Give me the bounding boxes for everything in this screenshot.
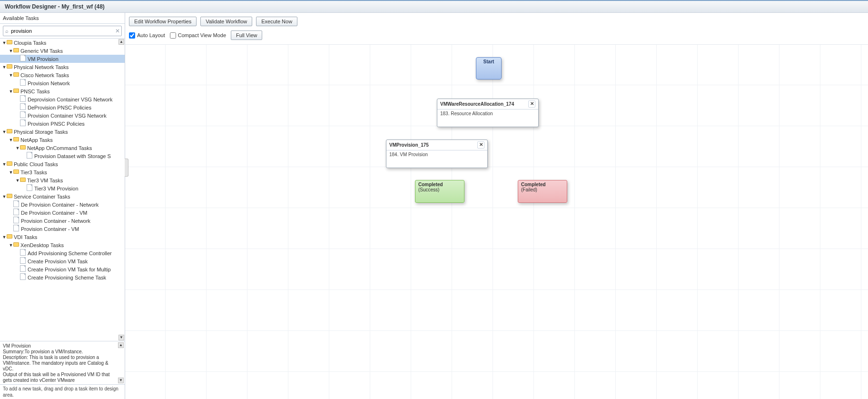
tree-item-label: NetApp OnCommand Tasks: [27, 145, 92, 151]
tree-item-label: Deprovision Container VSG Network: [28, 97, 113, 102]
task-tree[interactable]: ▲ ▼Cloupia Tasks▼Generic VM TasksVM Prov…: [0, 38, 125, 341]
tree-item[interactable]: Provision Container - Network: [0, 217, 125, 225]
view-options: Auto Layout Compact View Mode Full View: [125, 28, 868, 44]
tree-folder[interactable]: ▼Cisco Network Tasks: [0, 71, 125, 79]
folder-icon: [20, 145, 26, 150]
tree-folder[interactable]: ▼Service Container Tasks: [0, 192, 125, 200]
tree-item[interactable]: DeProvision PNSC Policies: [0, 103, 125, 111]
info-scroll-down-icon[interactable]: ▼: [118, 378, 124, 383]
task-search[interactable]: ⌕ ✕: [3, 26, 122, 36]
vm-provision-node[interactable]: VMProvision_175 ✕ 184. VM Provision: [386, 140, 488, 168]
tree-item[interactable]: Create Provision VM Task for Multip: [0, 265, 125, 273]
tree-folder[interactable]: ▼Tier3 VM Tasks: [0, 176, 125, 184]
tree-item[interactable]: Create Provision VM Task: [0, 257, 125, 265]
tree-folder[interactable]: ▼NetApp Tasks: [0, 136, 125, 144]
task-info-panel: ▲ VM Provision Summary:To provision a VM…: [0, 341, 125, 384]
file-icon: [13, 200, 19, 207]
tree-item-label: Create Provision VM Task for Multip: [28, 267, 111, 272]
completed-failed-node[interactable]: Completed (Failed): [518, 180, 567, 203]
tree-item-label: Provision PNSC Policies: [28, 121, 85, 127]
expand-icon[interactable]: ▼: [2, 233, 7, 241]
folder-icon: [13, 48, 19, 53]
tree-item[interactable]: Tier3 VM Provision: [0, 184, 125, 192]
full-view-button[interactable]: Full View: [231, 30, 262, 40]
tree-item[interactable]: VM Provision: [0, 55, 125, 63]
folder-icon: [13, 137, 19, 142]
tree-item-label: Provision Network: [28, 80, 70, 86]
close-icon[interactable]: ✕: [477, 141, 484, 149]
tree-item-label: Provision Container VSG Network: [28, 113, 107, 119]
expand-icon[interactable]: ▼: [2, 63, 7, 71]
tree-item[interactable]: Provision PNSC Policies: [0, 120, 125, 128]
tree-item[interactable]: Add Provisioning Scheme Controller: [0, 249, 125, 257]
expand-icon[interactable]: ▼: [9, 71, 13, 79]
expand-icon[interactable]: ▼: [15, 177, 20, 184]
resource-allocation-node[interactable]: VMWareResourceAllocation_174 ✕ 183. Reso…: [437, 99, 539, 127]
start-node-label: Start: [483, 59, 494, 64]
file-icon: [20, 55, 26, 61]
file-icon: [13, 209, 19, 215]
execute-now-button[interactable]: Execute Now: [256, 17, 297, 26]
file-icon: [20, 273, 26, 280]
compact-view-checkbox[interactable]: Compact View Mode: [170, 32, 226, 39]
tree-folder[interactable]: ▼PNSC Tasks: [0, 87, 125, 95]
tree-item[interactable]: Provision Container VSG Network: [0, 111, 125, 120]
tree-item[interactable]: De Provision Container - Network: [0, 200, 125, 209]
success-label: (Success): [418, 187, 461, 192]
validate-workflow-button[interactable]: Validate Workflow: [200, 17, 252, 26]
tree-item-label: Add Provisioning Scheme Controller: [28, 250, 112, 256]
tree-item-label: Provision Container - VM: [21, 226, 79, 232]
expand-icon[interactable]: ▼: [9, 241, 13, 249]
tree-folder[interactable]: ▼Physical Network Tasks: [0, 63, 125, 71]
completed-success-node[interactable]: Completed (Success): [415, 180, 464, 203]
tree-item-label: Physical Network Tasks: [14, 64, 69, 70]
tree-item[interactable]: Deprovision Container VSG Network: [0, 95, 125, 103]
tree-folder[interactable]: ▼Generic VM Tasks: [0, 47, 125, 55]
file-icon: [20, 249, 26, 256]
node-title: VMWareResourceAllocation_174: [440, 101, 514, 107]
expand-icon[interactable]: ▼: [9, 169, 13, 176]
auto-layout-checkbox[interactable]: Auto Layout: [129, 32, 165, 39]
info-output: Output of this task will be a Provisione…: [3, 372, 118, 383]
tree-item-label: Provision Container - Network: [21, 218, 90, 224]
close-icon[interactable]: ✕: [528, 100, 535, 108]
tree-folder[interactable]: ▼VDI Tasks: [0, 233, 125, 241]
compact-view-input[interactable]: [170, 32, 176, 39]
tree-folder[interactable]: ▼Physical Storage Tasks: [0, 128, 125, 136]
completed-label: Completed: [521, 182, 564, 187]
expand-icon[interactable]: ▼: [2, 160, 7, 168]
tree-item-label: DeProvision PNSC Policies: [28, 105, 91, 110]
scroll-down-icon[interactable]: ▼: [118, 335, 124, 340]
tree-folder[interactable]: ▼Cloupia Tasks: [0, 39, 125, 47]
tree-item[interactable]: Create Provisioning Scheme Task: [0, 273, 125, 281]
sidebar: Available Tasks ⌕ ✕ ▲ ▼Cloupia Tasks▼Gen…: [0, 13, 125, 399]
splitter-handle[interactable]: [125, 159, 128, 177]
expand-icon[interactable]: ▼: [2, 39, 7, 47]
tree-folder[interactable]: ▼Tier3 Tasks: [0, 168, 125, 176]
tree-item[interactable]: Provision Dataset with Storage S: [0, 152, 125, 160]
expand-icon[interactable]: ▼: [2, 193, 7, 200]
tree-item[interactable]: Provision Network: [0, 79, 125, 87]
edit-workflow-properties-button[interactable]: Edit Workflow Properties: [129, 17, 197, 26]
expand-icon[interactable]: ▼: [15, 144, 20, 152]
tree-folder[interactable]: ▼NetApp OnCommand Tasks: [0, 144, 125, 152]
expand-icon[interactable]: ▼: [9, 47, 13, 55]
tree-item[interactable]: Provision Container - VM: [0, 225, 125, 233]
expand-icon[interactable]: ▼: [9, 136, 13, 144]
expand-icon[interactable]: ▼: [2, 128, 7, 136]
workflow-canvas[interactable]: Start VMWareResourceAllocation_174 ✕ 183…: [125, 44, 868, 399]
file-icon: [20, 120, 26, 126]
tree-item-label: Tier3 VM Tasks: [27, 178, 63, 183]
clear-search-icon[interactable]: ✕: [114, 28, 121, 34]
auto-layout-input[interactable]: [129, 32, 135, 39]
tree-folder[interactable]: ▼XenDesktop Tasks: [0, 241, 125, 249]
task-search-input[interactable]: [10, 28, 114, 34]
info-scroll-up-icon[interactable]: ▲: [118, 342, 124, 348]
file-icon: [20, 79, 26, 86]
tree-item[interactable]: De Provision Container - VM: [0, 209, 125, 217]
start-node[interactable]: Start: [476, 57, 502, 80]
expand-icon[interactable]: ▼: [9, 88, 13, 95]
folder-icon: [20, 178, 26, 182]
tree-folder[interactable]: ▼Public Cloud Tasks: [0, 160, 125, 168]
node-title: VMProvision_175: [389, 142, 429, 148]
